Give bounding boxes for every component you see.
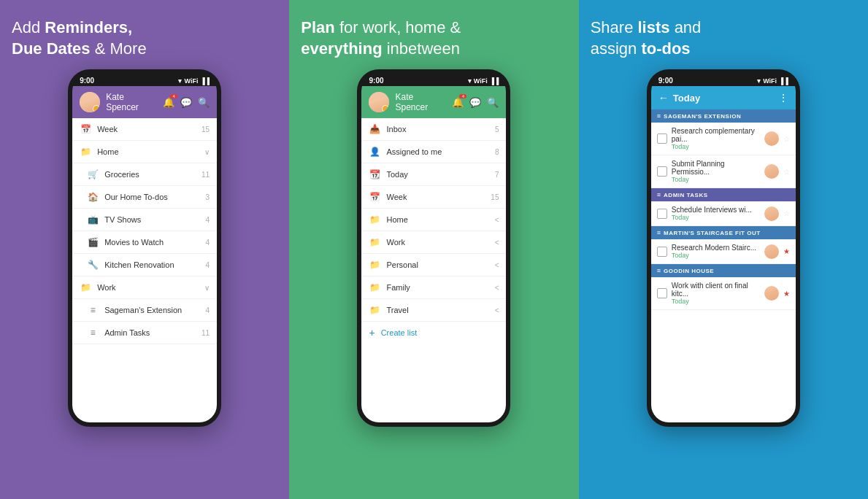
status-bar-1: 9:00 ▾ WiFi ▐▐ [72,74,217,86]
phone-mockup-1: 9:00 ▾ WiFi ▐▐ Kate Spencer 🔔 4 💬 🔍 [68,69,221,427]
star-icon-3[interactable]: ☆ [783,209,790,217]
search-icon-1[interactable]: 🔍 [198,97,210,108]
list-banner-icon-3: ≡ [657,229,661,236]
folder-icon-family: 📁 [369,282,380,293]
tagline-2: Plan for work, home &everything inbetwee… [301,18,566,59]
task-avatar-4 [764,244,779,259]
list-item-family[interactable]: 📁 Family < [361,276,506,299]
task-avatar-2 [764,164,779,179]
task-checkbox-2[interactable] [657,166,667,177]
search-icon-2[interactable]: 🔍 [487,97,499,108]
movie-icon: 🎬 [87,236,99,248]
app-header-1: Kate Spencer 🔔 4 💬 🔍 [72,86,217,118]
list-item-travel[interactable]: 📁 Travel < [361,299,506,322]
message-icon-1[interactable]: 💬 [180,97,192,108]
user-name-2: Kate Spencer [395,92,446,112]
banner-sageman: ≡ SAGEMAN'S EXTENSION [651,109,796,123]
star-icon-4[interactable]: ★ [783,247,790,255]
avatar-2 [369,92,389,112]
phone-mockup-2: 9:00 ▾ WiFi ▐▐ Kate Spencer 🔔 4 💬 🔍 [357,69,510,427]
status-bar-2: 9:00 ▾ WiFi ▐▐ [361,74,506,86]
panel-plan: Plan for work, home &everything inbetwee… [289,0,578,499]
folder-icon-personal: 📁 [369,259,380,271]
folder-icon-work-2: 📁 [369,236,380,248]
create-list-button[interactable]: + Create list [361,322,506,344]
tv-icon: 📺 [87,214,99,225]
screen-1: 📅 Week 15 📁 Home ∨ 🛒 Groceries 11 🏠 Our … [72,118,217,422]
task-checkbox-5[interactable] [657,288,667,298]
create-label: Create list [381,328,418,337]
list-item-work-1[interactable]: 📁 Work ∨ [72,276,217,299]
list-icon-admin: ≡ [87,327,99,339]
list-item-today-2[interactable]: 📆 Today 7 [361,163,506,186]
panel-reminders: Add Reminders,Due Dates & More 9:00 ▾ Wi… [0,0,289,499]
task-research-modern[interactable]: Research Modern Stairc... Today ★ [651,239,796,264]
screen-3: ≡ SAGEMAN'S EXTENSION Research complemen… [651,109,796,422]
list-item-inbox[interactable]: 📥 Inbox 5 [361,118,506,141]
today-header: ← Today ⋮ [651,86,796,109]
banner-admin: ≡ ADMIN TASKS [651,188,796,201]
banner-goodin: ≡ GOODIN HOUSE [651,264,796,277]
tagline-1: Add Reminders,Due Dates & More [12,18,277,59]
folder-icon-home-2: 📁 [369,214,380,225]
star-icon-2[interactable]: ☆ [783,168,790,176]
back-arrow-icon[interactable]: ← [658,92,669,104]
user-name-1: Kate Spencer [106,92,157,112]
task-work-client[interactable]: Work with client on final kitc... Today … [651,277,796,310]
list-item-groceries[interactable]: 🛒 Groceries 11 [72,163,217,186]
star-icon-1[interactable]: ☆ [783,135,790,143]
screen-2: 📥 Inbox 5 👤 Assigned to me 8 📆 Today 7 📅… [361,118,506,422]
task-avatar-5 [764,286,779,301]
panel-share: Share lists andassign to-dos 9:00 ▾ WiFi… [579,0,868,499]
list-item-personal[interactable]: 📁 Personal < [361,254,506,276]
list-banner-icon-2: ≡ [657,191,661,198]
home-icon: 🏠 [87,191,99,203]
folder-icon-travel: 📁 [369,304,380,316]
inbox-icon: 📥 [369,123,380,135]
list-item-work-2[interactable]: 📁 Work < [361,231,506,254]
list-item-sageman[interactable]: ≡ Sageman's Extension 4 [72,299,217,322]
phone-mockup-3: 9:00 ▾ WiFi ▐▐ ← Today ⋮ ≡ SAGEMAN'S EXT… [647,69,800,427]
task-checkbox-3[interactable] [657,209,667,219]
app-header-2: Kate Spencer 🔔 4 💬 🔍 [361,86,506,118]
list-item-assigned[interactable]: 👤 Assigned to me 8 [361,141,506,163]
list-item-movies[interactable]: 🎬 Movies to Watch 4 [72,231,217,254]
task-checkbox-1[interactable] [657,134,667,144]
calendar-icon: 📅 [80,123,91,135]
list-item-home-2[interactable]: 📁 Home < [361,209,506,231]
person-icon: 👤 [369,146,380,158]
star-icon-5[interactable]: ★ [783,290,790,298]
task-avatar-1 [764,131,779,146]
notification-icon-2[interactable]: 🔔 4 [452,97,464,108]
plus-icon: + [369,327,375,339]
list-item-kitchen[interactable]: 🔧 Kitchen Renovation 4 [72,254,217,276]
tagline-3: Share lists andassign to-dos [591,18,856,59]
banner-martin: ≡ MARTIN'S STAIRCASE FIT OUT [651,226,796,239]
week-icon: 📅 [369,191,380,203]
task-checkbox-4[interactable] [657,247,667,257]
task-submit-planning[interactable]: Submit Planning Permissio... Today ☆ [651,155,796,188]
list-item-our-home[interactable]: 🏠 Our Home To-dos 3 [72,186,217,209]
list-banner-icon-1: ≡ [657,112,661,120]
message-icon-2[interactable]: 💬 [469,97,481,108]
list-item-week-2[interactable]: 📅 Week 15 [361,186,506,209]
grocery-icon: 🛒 [87,169,99,180]
list-item-admin[interactable]: ≡ Admin Tasks 11 [72,322,217,344]
avatar-1 [80,92,100,112]
more-options-icon[interactable]: ⋮ [778,92,788,104]
folder-icon-home: 📁 [80,146,91,158]
list-banner-icon-4: ≡ [657,267,661,274]
status-bar-3: 9:00 ▾ WiFi ▐▐ [651,74,796,86]
today-title: Today [673,93,774,104]
knife-icon: 🔧 [87,259,99,271]
task-research-complementary[interactable]: Research complementary pai... Today ☆ [651,123,796,155]
list-icon-sageman: ≡ [87,304,99,316]
task-schedule-interviews[interactable]: Schedule Interviews wi... Today ☆ [651,201,796,226]
list-item-week-1[interactable]: 📅 Week 15 [72,118,217,141]
today-icon: 📆 [369,169,380,180]
notification-icon-1[interactable]: 🔔 4 [163,97,174,108]
list-item-home-1[interactable]: 📁 Home ∨ [72,141,217,163]
task-avatar-3 [764,206,779,221]
folder-icon-work: 📁 [80,282,91,293]
list-item-tv[interactable]: 📺 TV Shows 4 [72,209,217,231]
